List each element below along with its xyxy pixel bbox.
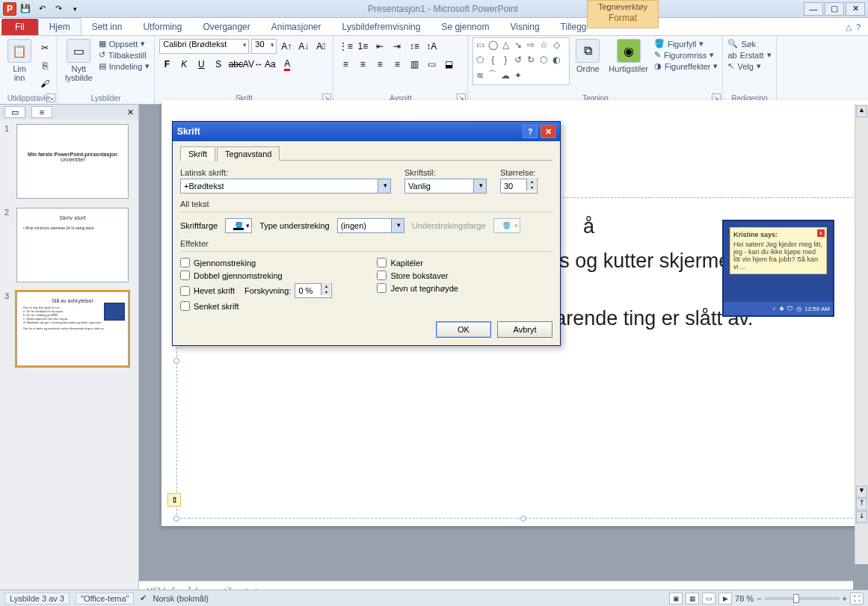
- clear-format-icon[interactable]: A⃠: [313, 39, 328, 54]
- slide-thumb[interactable]: Skriv stort • Bruk minimum størrelse 24 …: [16, 208, 129, 282]
- new-slide-button[interactable]: ▭ Nytt lysbilde: [62, 37, 96, 93]
- replace-button[interactable]: abErstatt▾: [727, 50, 771, 60]
- minimize-button[interactable]: —: [804, 2, 823, 16]
- arrange-button[interactable]: ⧉ Ordne: [573, 37, 603, 93]
- next-slide-icon[interactable]: ⤓: [856, 511, 867, 523]
- font-size-combo[interactable]: 30: [251, 39, 277, 54]
- bullets-icon[interactable]: ⋮≡: [338, 39, 353, 54]
- slide-thumb-selected[interactable]: Slå av avbrytelser Det tar seg ikke godt…: [16, 291, 129, 366]
- resize-handle[interactable]: [173, 358, 179, 364]
- char-spacing-icon[interactable]: AV↔: [245, 57, 260, 72]
- underline-icon[interactable]: U: [194, 57, 209, 72]
- tab-animasjoner[interactable]: Animasjoner: [261, 19, 332, 35]
- zoom-slider[interactable]: [765, 597, 840, 600]
- cancel-button[interactable]: Avbryt: [497, 321, 552, 338]
- sorter-view-icon[interactable]: ▦: [686, 593, 699, 605]
- checkbox-double-strike[interactable]: Dobbel gjennomstreking: [180, 270, 332, 280]
- tab-settinn[interactable]: Sett inn: [81, 19, 133, 35]
- status-language[interactable]: Norsk (bokmål): [153, 594, 209, 603]
- qat-redo-icon[interactable]: ↷: [51, 1, 66, 16]
- smartart-icon[interactable]: ⬓: [441, 57, 456, 72]
- reading-view-icon[interactable]: ▭: [702, 593, 715, 605]
- tab-utforming[interactable]: Utforming: [132, 19, 192, 35]
- layout-button[interactable]: ▦Oppsett▾: [99, 39, 150, 49]
- scroll-down-icon[interactable]: ▼: [856, 486, 867, 498]
- tab-segjennom[interactable]: Se gjennom: [431, 19, 499, 35]
- dialog-tab-avstand[interactable]: Tegnavstand: [217, 146, 280, 161]
- shape-outline-button[interactable]: ✎Figuromriss▾: [654, 50, 718, 60]
- autofit-options-icon[interactable]: ⇕: [167, 493, 181, 507]
- tab-visning[interactable]: Visning: [499, 19, 550, 35]
- italic-icon[interactable]: K: [176, 57, 191, 72]
- font-color-picker[interactable]: 🪣: [225, 218, 252, 233]
- checkbox-smallcaps[interactable]: Kapitéler: [377, 258, 458, 268]
- font-color-icon[interactable]: A: [280, 57, 295, 72]
- status-slide-number[interactable]: Lysbilde 3 av 3: [4, 593, 70, 605]
- slides-tab-icon[interactable]: ▭: [4, 106, 25, 118]
- tab-overganger[interactable]: Overganger: [192, 19, 260, 35]
- qat-undo-icon[interactable]: ↶: [34, 1, 49, 16]
- format-painter-icon[interactable]: 🖌: [37, 76, 52, 91]
- zoom-in-icon[interactable]: +: [843, 594, 847, 603]
- spellcheck-icon[interactable]: ✔: [140, 593, 147, 603]
- shapes-gallery[interactable]: ▭◯△↘⇨☆ ◇⬠{}↺↻ ⬡◐≋⌒☁✦: [473, 37, 570, 85]
- reset-button[interactable]: ↺Tilbakestill: [99, 50, 150, 60]
- outline-tab-icon[interactable]: ≡: [31, 106, 52, 118]
- tab-fil[interactable]: Fil: [1, 19, 38, 35]
- qat-customize-icon[interactable]: ▾: [67, 1, 82, 16]
- prev-slide-icon[interactable]: ⤒: [856, 498, 867, 510]
- shadow-icon[interactable]: S: [211, 57, 226, 72]
- align-text-icon[interactable]: ▭: [424, 57, 439, 72]
- resize-handle[interactable]: [520, 516, 526, 522]
- tab-format[interactable]: Format: [603, 11, 643, 25]
- section-button[interactable]: ▤Inndeling▾: [99, 61, 150, 71]
- tab-lysbildefremvisning[interactable]: Lysbildefremvisning: [331, 19, 431, 35]
- shape-effects-button[interactable]: ◑Figureffekter▾: [654, 61, 718, 71]
- checkbox-equalize[interactable]: Jevn ut tegnhøyde: [377, 283, 458, 293]
- numbering-icon[interactable]: 1≡: [355, 39, 370, 54]
- text-direction-icon[interactable]: ↕A: [424, 39, 439, 54]
- offset-spinner[interactable]: 0 %: [295, 283, 332, 298]
- checkbox-subscript[interactable]: Senket skrift: [180, 301, 332, 311]
- font-style-combo[interactable]: Vanlig: [404, 179, 487, 194]
- slide-thumb[interactable]: Min første PowerPoint-presentasjon Under…: [16, 124, 129, 199]
- thumbnail-list[interactable]: 1 Min første PowerPoint-presentasjon Und…: [0, 120, 138, 590]
- find-button[interactable]: 🔍Søk: [727, 39, 771, 49]
- quick-styles-button[interactable]: ◉ Hurtigstiler: [606, 37, 651, 93]
- ok-button[interactable]: OK: [436, 321, 491, 338]
- strike-icon[interactable]: abc: [228, 57, 243, 72]
- embedded-image[interactable]: Kristine says: x Hei søten! Jeg kjeder m…: [722, 220, 834, 317]
- resize-handle[interactable]: [173, 516, 179, 522]
- columns-icon[interactable]: ▥: [407, 57, 422, 72]
- status-theme[interactable]: "Office-tema": [76, 593, 134, 605]
- paste-button[interactable]: 📋 Lim inn: [4, 37, 34, 93]
- dialog-help-icon[interactable]: ?: [523, 125, 538, 138]
- justify-icon[interactable]: ≡: [390, 57, 404, 72]
- checkbox-allcaps[interactable]: Store bokstaver: [377, 270, 458, 280]
- dialog-launcher-icon[interactable]: ↘: [46, 93, 55, 102]
- latin-font-combo[interactable]: +Brødtekst: [180, 179, 391, 194]
- checkbox-superscript[interactable]: Hevet skrift Forskyvning: 0 %: [180, 283, 332, 298]
- maximize-button[interactable]: ▢: [825, 2, 844, 16]
- vertical-scrollbar[interactable]: ▲ ▼ ⤒ ⤓: [855, 105, 868, 564]
- dialog-tab-skrift[interactable]: Skrift: [180, 146, 215, 161]
- bold-icon[interactable]: F: [159, 57, 174, 72]
- tab-hjem[interactable]: Hjem: [38, 18, 81, 35]
- fit-window-icon[interactable]: ⛶: [850, 593, 864, 605]
- normal-view-icon[interactable]: ▣: [669, 593, 683, 605]
- zoom-thumb[interactable]: [793, 594, 799, 603]
- grow-font-icon[interactable]: A↑: [279, 39, 294, 54]
- increase-indent-icon[interactable]: ⇥: [390, 39, 404, 54]
- zoom-out-icon[interactable]: −: [757, 594, 761, 603]
- align-left-icon[interactable]: ≡: [338, 57, 353, 72]
- line-spacing-icon[interactable]: ↕≡: [407, 39, 422, 54]
- dialog-close-icon[interactable]: ✕: [541, 125, 555, 138]
- align-right-icon[interactable]: ≡: [372, 57, 387, 72]
- thumbnail-item[interactable]: 2 Skriv stort • Bruk minimum størrelse 2…: [4, 208, 134, 282]
- select-button[interactable]: ↖Velg▾: [727, 61, 771, 71]
- copy-icon[interactable]: ⎘: [37, 58, 52, 73]
- underline-type-combo[interactable]: (ingen): [337, 218, 404, 233]
- decrease-indent-icon[interactable]: ⇤: [372, 39, 387, 54]
- thumbnail-item[interactable]: 1 Min første PowerPoint-presentasjon Und…: [4, 124, 134, 199]
- cut-icon[interactable]: ✂: [37, 40, 52, 55]
